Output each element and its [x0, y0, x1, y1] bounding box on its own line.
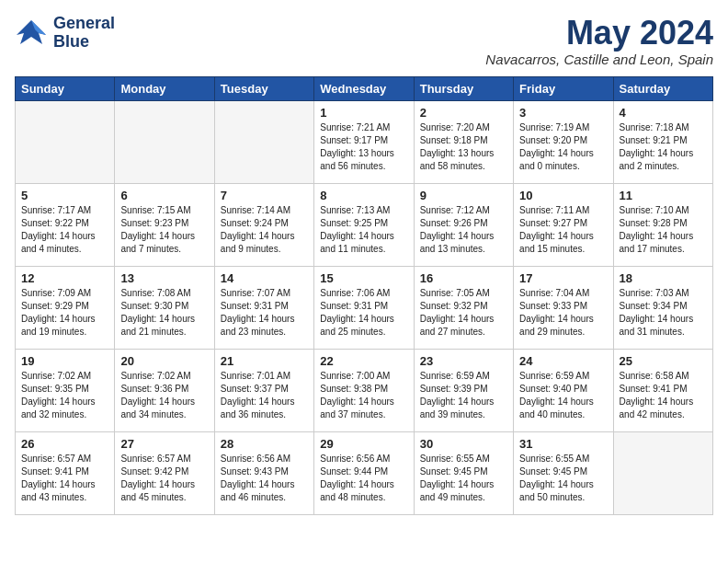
cell-line: and 19 minutes.: [21, 326, 108, 339]
cell-line: Sunset: 9:45 PM: [519, 465, 607, 478]
cell-line: Sunrise: 6:59 AM: [519, 370, 607, 383]
cell-line: and 46 minutes.: [221, 491, 308, 504]
day-number: 2: [420, 106, 507, 120]
calendar-cell: 11Sunrise: 7:10 AMSunset: 9:28 PMDayligh…: [613, 183, 712, 266]
cell-content: Sunrise: 7:04 AMSunset: 9:33 PMDaylight:…: [519, 287, 607, 339]
cell-line: Sunrise: 7:14 AM: [221, 204, 308, 217]
calendar-cell: 27Sunrise: 6:57 AMSunset: 9:42 PMDayligh…: [115, 431, 214, 514]
cell-content: Sunrise: 6:59 AMSunset: 9:40 PMDaylight:…: [519, 370, 607, 421]
cell-line: and 50 minutes.: [519, 491, 607, 504]
cell-line: and 7 minutes.: [120, 243, 208, 256]
cell-line: Daylight: 14 hours: [420, 313, 507, 326]
calendar-cell: 25Sunrise: 6:58 AMSunset: 9:41 PMDayligh…: [613, 349, 712, 431]
day-number: 6: [120, 189, 208, 202]
cell-content: Sunrise: 7:10 AMSunset: 9:28 PMDaylight:…: [620, 204, 707, 256]
cell-content: Sunrise: 6:59 AMSunset: 9:39 PMDaylight:…: [420, 370, 507, 421]
calendar-cell: 21Sunrise: 7:01 AMSunset: 9:37 PMDayligh…: [214, 349, 313, 431]
cell-content: Sunrise: 6:55 AMSunset: 9:45 PMDaylight:…: [519, 453, 607, 504]
cell-line: Sunset: 9:20 PM: [519, 134, 607, 147]
cell-content: Sunrise: 6:57 AMSunset: 9:41 PMDaylight:…: [21, 453, 108, 504]
cell-line: Sunset: 9:26 PM: [420, 217, 507, 230]
cell-line: and 15 minutes.: [519, 243, 607, 256]
day-number: 8: [320, 189, 407, 202]
cell-content: Sunrise: 7:12 AMSunset: 9:26 PMDaylight:…: [420, 204, 507, 256]
day-number: 27: [120, 437, 208, 451]
day-number: 4: [620, 106, 707, 120]
calendar-cell: 26Sunrise: 6:57 AMSunset: 9:41 PMDayligh…: [16, 431, 115, 514]
calendar-cell: 10Sunrise: 7:11 AMSunset: 9:27 PMDayligh…: [514, 183, 613, 266]
cell-line: Sunset: 9:31 PM: [221, 300, 308, 313]
cell-line: and 21 minutes.: [120, 326, 208, 339]
cell-line: Sunrise: 7:07 AM: [221, 287, 308, 300]
cell-line: Sunrise: 7:04 AM: [519, 287, 607, 300]
calendar-cell: 5Sunrise: 7:17 AMSunset: 9:22 PMDaylight…: [16, 183, 115, 266]
cell-line: Sunset: 9:31 PM: [320, 300, 407, 313]
cell-line: Sunrise: 7:02 AM: [21, 370, 108, 383]
day-number: 1: [320, 106, 407, 120]
cell-content: Sunrise: 7:00 AMSunset: 9:38 PMDaylight:…: [320, 370, 407, 421]
cell-line: Daylight: 14 hours: [21, 230, 108, 243]
calendar-cell: 15Sunrise: 7:06 AMSunset: 9:31 PMDayligh…: [314, 266, 414, 349]
calendar-cell: 17Sunrise: 7:04 AMSunset: 9:33 PMDayligh…: [514, 266, 613, 349]
cell-content: Sunrise: 7:02 AMSunset: 9:35 PMDaylight:…: [21, 370, 108, 421]
col-header-wednesday: Wednesday: [314, 76, 414, 100]
day-number: 28: [221, 437, 308, 451]
cell-content: Sunrise: 6:58 AMSunset: 9:41 PMDaylight:…: [620, 370, 707, 421]
cell-line: Daylight: 14 hours: [519, 396, 607, 408]
cell-line: and 48 minutes.: [320, 491, 407, 504]
calendar-cell: 22Sunrise: 7:00 AMSunset: 9:38 PMDayligh…: [314, 349, 414, 431]
cell-line: and 9 minutes.: [221, 243, 308, 256]
day-number: 11: [620, 189, 707, 202]
col-header-tuesday: Tuesday: [214, 76, 313, 100]
cell-content: Sunrise: 7:15 AMSunset: 9:23 PMDaylight:…: [120, 204, 208, 256]
calendar-week-row: 12Sunrise: 7:09 AMSunset: 9:29 PMDayligh…: [16, 266, 713, 349]
cell-content: Sunrise: 7:01 AMSunset: 9:37 PMDaylight:…: [221, 370, 308, 421]
cell-line: and 42 minutes.: [620, 408, 707, 421]
calendar-header-row: SundayMondayTuesdayWednesdayThursdayFrid…: [16, 76, 713, 100]
day-number: 12: [21, 271, 108, 285]
calendar-cell: 6Sunrise: 7:15 AMSunset: 9:23 PMDaylight…: [115, 183, 214, 266]
cell-line: Daylight: 14 hours: [620, 147, 707, 160]
cell-line: Sunrise: 7:19 AM: [519, 121, 607, 134]
cell-line: and 31 minutes.: [620, 326, 707, 339]
cell-line: Daylight: 14 hours: [221, 313, 308, 326]
cell-line: Sunset: 9:39 PM: [420, 383, 507, 396]
cell-line: Sunrise: 7:17 AM: [21, 204, 108, 217]
col-header-friday: Friday: [514, 76, 613, 100]
day-number: 7: [221, 189, 308, 202]
day-number: 17: [519, 271, 607, 285]
cell-line: Sunrise: 7:02 AM: [120, 370, 208, 383]
cell-content: Sunrise: 7:05 AMSunset: 9:32 PMDaylight:…: [420, 287, 507, 339]
cell-line: Daylight: 13 hours: [320, 147, 407, 160]
cell-line: Daylight: 14 hours: [320, 396, 407, 408]
cell-line: Sunrise: 6:57 AM: [21, 453, 108, 465]
calendar-cell: 29Sunrise: 6:56 AMSunset: 9:44 PMDayligh…: [314, 431, 414, 514]
calendar-cell: 3Sunrise: 7:19 AMSunset: 9:20 PMDaylight…: [514, 100, 613, 183]
cell-line: Daylight: 14 hours: [221, 230, 308, 243]
cell-line: Daylight: 14 hours: [320, 313, 407, 326]
col-header-sunday: Sunday: [16, 76, 115, 100]
day-number: 22: [320, 354, 407, 368]
cell-content: Sunrise: 7:18 AMSunset: 9:21 PMDaylight:…: [620, 121, 707, 173]
cell-line: Daylight: 14 hours: [420, 396, 507, 408]
calendar-cell: 1Sunrise: 7:21 AMSunset: 9:17 PMDaylight…: [314, 100, 414, 183]
cell-line: Sunrise: 6:55 AM: [420, 453, 507, 465]
cell-line: Sunrise: 6:59 AM: [420, 370, 507, 383]
cell-line: and 13 minutes.: [420, 243, 507, 256]
day-number: 23: [420, 354, 507, 368]
cell-line: Daylight: 14 hours: [120, 230, 208, 243]
calendar-cell: 8Sunrise: 7:13 AMSunset: 9:25 PMDaylight…: [314, 183, 414, 266]
calendar-cell: 20Sunrise: 7:02 AMSunset: 9:36 PMDayligh…: [115, 349, 214, 431]
cell-content: Sunrise: 7:02 AMSunset: 9:36 PMDaylight:…: [120, 370, 208, 421]
cell-line: Sunrise: 6:56 AM: [221, 453, 308, 465]
cell-line: Sunset: 9:43 PM: [221, 465, 308, 478]
calendar-table: SundayMondayTuesdayWednesdayThursdayFrid…: [15, 76, 713, 515]
cell-line: Sunrise: 7:05 AM: [420, 287, 507, 300]
cell-line: Sunset: 9:21 PM: [620, 134, 707, 147]
cell-line: and 37 minutes.: [320, 408, 407, 421]
cell-line: Sunset: 9:23 PM: [120, 217, 208, 230]
calendar-cell: 2Sunrise: 7:20 AMSunset: 9:18 PMDaylight…: [414, 100, 513, 183]
cell-content: Sunrise: 6:57 AMSunset: 9:42 PMDaylight:…: [120, 453, 208, 504]
calendar-cell: 31Sunrise: 6:55 AMSunset: 9:45 PMDayligh…: [514, 431, 613, 514]
cell-line: and 43 minutes.: [21, 491, 108, 504]
